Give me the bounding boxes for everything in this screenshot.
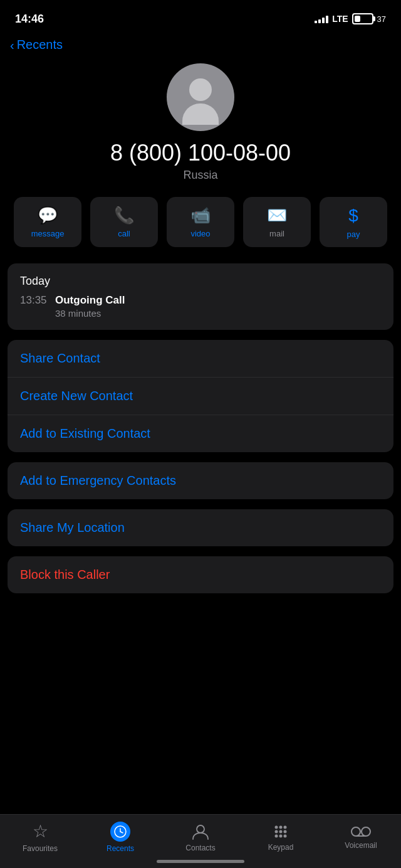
call-time: 13:35	[20, 294, 55, 307]
signal-bars-icon	[315, 14, 328, 23]
call-duration: 38 minutes	[55, 308, 381, 319]
emergency-contacts-item[interactable]: Add to Emergency Contacts	[8, 462, 393, 499]
video-label: video	[190, 229, 210, 238]
call-label: call	[118, 229, 130, 238]
share-location-group: Share My Location	[8, 509, 393, 546]
tab-favourites[interactable]: ☆ Favourites	[15, 821, 65, 853]
svg-point-6	[284, 825, 287, 828]
video-button[interactable]: 📹 video	[167, 197, 234, 247]
share-location-item[interactable]: Share My Location	[8, 509, 393, 546]
tab-keypad[interactable]: Keypad	[256, 823, 306, 852]
add-existing-contact-item[interactable]: Add to Existing Contact	[8, 415, 393, 452]
keypad-grid-icon	[272, 823, 289, 840]
svg-point-7	[275, 830, 278, 833]
pay-icon: $	[348, 206, 358, 226]
tab-contacts-label: Contacts	[185, 844, 215, 852]
call-button[interactable]: 📞 call	[90, 197, 158, 247]
contact-actions-group: Share Contact Create New Contact Add to …	[8, 340, 393, 452]
svg-point-3	[197, 825, 204, 833]
battery-fill	[355, 16, 361, 22]
svg-point-4	[275, 825, 278, 828]
svg-point-11	[279, 834, 283, 837]
emergency-contacts-group: Add to Emergency Contacts	[8, 462, 393, 499]
message-label: message	[31, 229, 65, 238]
tab-keypad-label: Keypad	[268, 843, 294, 852]
video-icon: 📹	[190, 206, 211, 225]
call-date: Today	[20, 275, 381, 288]
battery-percent: 37	[377, 14, 386, 24]
tab-voicemail-label: Voicemail	[345, 841, 377, 850]
back-button[interactable]: ‹ Recents	[0, 33, 401, 57]
svg-point-8	[279, 830, 283, 833]
mail-label: mail	[269, 229, 284, 238]
action-buttons: 💬 message 📞 call 📹 video ✉️ mail $ pay	[0, 182, 401, 253]
battery-indicator: 37	[352, 13, 386, 24]
battery-box	[352, 13, 373, 24]
avatar-head	[189, 78, 212, 101]
status-time: 14:46	[15, 13, 44, 26]
message-button[interactable]: 💬 message	[14, 197, 81, 247]
call-history-section: Today 13:35 Outgoing Call 38 minutes	[8, 263, 393, 330]
contact-name: 8 (800) 100-08-00	[110, 140, 291, 166]
create-new-contact-item[interactable]: Create New Contact	[8, 377, 393, 415]
back-label: Recents	[17, 38, 63, 52]
mail-icon: ✉️	[267, 206, 287, 225]
block-caller-group: Block this Caller	[8, 556, 393, 593]
voicemail-icon	[351, 825, 371, 839]
tab-voicemail[interactable]: Voicemail	[336, 825, 386, 850]
avatar	[167, 63, 234, 131]
status-right: LTE 37	[315, 13, 386, 24]
message-icon: 💬	[38, 206, 58, 225]
tab-recents[interactable]: Recents	[95, 822, 145, 853]
call-icon: 📞	[114, 206, 134, 225]
contact-country: Russia	[183, 169, 217, 182]
pay-label: pay	[347, 230, 360, 239]
avatar-section: 8 (800) 100-08-00 Russia	[0, 57, 401, 182]
svg-point-14	[362, 827, 370, 836]
block-caller-item[interactable]: Block this Caller	[8, 556, 393, 593]
svg-point-12	[284, 834, 287, 837]
contacts-person-icon	[191, 822, 210, 841]
call-entry: 13:35 Outgoing Call	[20, 294, 381, 307]
call-type: Outgoing Call	[55, 294, 125, 307]
tab-contacts[interactable]: Contacts	[175, 822, 226, 852]
svg-point-9	[284, 830, 287, 833]
chevron-left-icon: ‹	[10, 39, 14, 51]
svg-point-10	[275, 834, 278, 837]
recents-clock-icon	[110, 822, 130, 842]
pay-button[interactable]: $ pay	[320, 197, 387, 247]
tab-recents-label: Recents	[107, 844, 134, 853]
home-indicator	[0, 855, 401, 863]
status-bar: 14:46 LTE 37	[0, 0, 401, 33]
lte-label: LTE	[332, 14, 348, 24]
avatar-person-icon	[182, 78, 219, 125]
star-icon: ☆	[33, 821, 48, 842]
mail-button[interactable]: ✉️ mail	[243, 197, 311, 247]
share-contact-item[interactable]: Share Contact	[8, 340, 393, 377]
svg-line-2	[120, 832, 123, 833]
svg-point-5	[279, 825, 283, 828]
svg-point-13	[352, 827, 360, 836]
tab-favourites-label: Favourites	[23, 844, 58, 853]
avatar-body	[182, 103, 219, 125]
